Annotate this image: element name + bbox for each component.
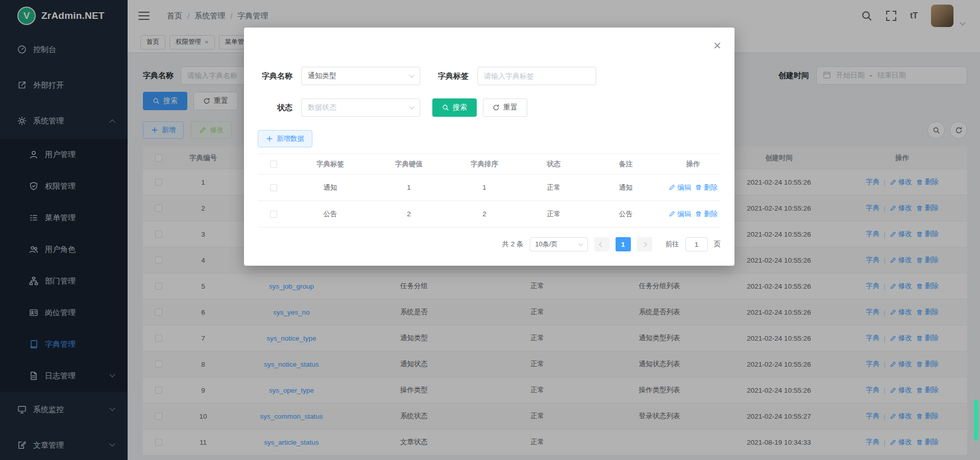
column-header: 字典排序 (447, 154, 522, 174)
pagination: 共 2 条 10条/页 1 前往 页 (258, 237, 721, 251)
column-header: 字典标签 (289, 154, 371, 174)
dialog-status-label: 状态 (258, 103, 292, 113)
edit-link[interactable]: 编辑 (669, 210, 691, 219)
dialog-dict-name-label: 字典名称 (258, 71, 292, 81)
dict-name-select[interactable]: 通知类型 (301, 67, 420, 85)
page-suffix: 页 (714, 240, 721, 249)
status-select[interactable]: 数据状态 (301, 98, 420, 117)
dialog-reset-button[interactable]: 重置 (483, 98, 527, 117)
chevron-down-icon (409, 105, 414, 110)
add-data-button[interactable]: 新增数据 (258, 130, 312, 147)
dict-data-label: 通知 (324, 183, 337, 192)
prev-page-button[interactable] (594, 237, 609, 251)
dialog-search-button[interactable]: 搜索 (432, 98, 477, 117)
dict-label-input[interactable] (477, 67, 596, 85)
column-header: 操作 (666, 154, 720, 174)
status-text: 正常 (547, 183, 561, 192)
dialog-add-row: 新增数据 (258, 130, 734, 147)
dialog-form-row-1: 字典名称 通知类型 字典标签 (258, 28, 721, 85)
delete-link[interactable]: 删除 (695, 183, 718, 192)
column-header: 状态 (522, 154, 585, 174)
scrollbar-thumb[interactable] (974, 400, 978, 441)
page-size-select[interactable]: 10条/页 (530, 237, 588, 251)
dict-data-dialog: × 字典名称 通知类型 字典标签 状态 数据状态 搜索 (244, 28, 734, 266)
status-text: 正常 (547, 210, 561, 219)
dict-data-label: 公告 (324, 210, 337, 219)
goto-label: 前往 (666, 240, 679, 249)
delete-link[interactable]: 删除 (695, 210, 718, 219)
select-all-checkbox[interactable] (270, 161, 277, 168)
dialog-form-row-2: 状态 数据状态 搜索 重置 (258, 98, 721, 117)
dict-data-value: 1 (407, 184, 411, 191)
column-header: 备注 (585, 154, 666, 174)
dialog-table-row: 通知11正常通知编辑删除 (258, 174, 721, 201)
edit-link[interactable]: 编辑 (669, 183, 691, 192)
close-icon[interactable]: × (714, 39, 721, 52)
app-root: V ZrAdmin.NET 控制台外部打开系统管理用户管理权限管理菜单管理用户角… (0, 0, 980, 460)
goto-page-input[interactable] (685, 237, 708, 251)
row-checkbox[interactable] (270, 184, 277, 191)
next-page-button[interactable] (637, 237, 652, 251)
dialog-table-row: 公告22正常公告编辑删除 (258, 201, 721, 227)
chevron-down-icon (578, 241, 583, 246)
row-checkbox[interactable] (270, 211, 277, 218)
dialog-table-header-row: 字典标签字典键值字典排序状态备注操作 (258, 154, 721, 174)
dict-data-sort: 2 (482, 210, 486, 218)
dict-data-table: 字典标签字典键值字典排序状态备注操作通知11正常通知编辑删除公告22正常公告编辑… (258, 154, 721, 227)
chevron-down-icon (409, 73, 414, 78)
page-number-button[interactable]: 1 (616, 237, 631, 251)
pagination-total: 共 2 条 (502, 240, 523, 249)
dict-data-sort: 1 (482, 184, 486, 191)
remark-text: 通知 (619, 183, 633, 192)
dict-data-value: 2 (407, 210, 411, 218)
dialog-dict-label-label: 字典标签 (434, 71, 469, 81)
column-header: 字典键值 (371, 154, 447, 174)
remark-text: 公告 (619, 210, 633, 219)
dialog-buttons: 搜索 重置 (432, 98, 527, 117)
